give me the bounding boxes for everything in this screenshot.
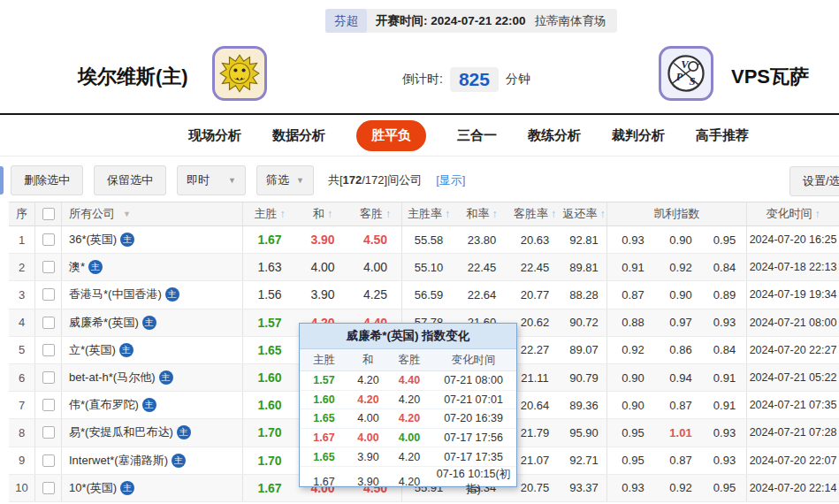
row-checkbox[interactable]: [42, 482, 55, 494]
company-name: 10*(英国): [69, 480, 117, 496]
chevron-down-icon[interactable]: ▼: [123, 210, 131, 218]
row-checkbox[interactable]: [42, 426, 55, 439]
kelly-cell: 0.84: [703, 254, 747, 280]
return-rate-cell: 89.81: [561, 254, 607, 280]
company-cell[interactable]: 10*(英国)主: [62, 475, 243, 501]
popup-change-time: 07-21 07:01: [431, 393, 516, 406]
company-cell[interactable]: 香港马*(中国香港)主: [62, 281, 243, 308]
header-home-rate[interactable]: 主胜率↑: [402, 202, 455, 225]
company-cell[interactable]: 伟*(直布罗陀)主: [62, 392, 243, 418]
row-checkbox[interactable]: [42, 233, 55, 246]
company-name: 36*(英国): [69, 232, 117, 248]
sort-asc-icon[interactable]: ↑: [327, 208, 332, 220]
row-seq: 2: [9, 254, 35, 280]
row-seq: 9: [9, 447, 35, 474]
return-rate-cell: 90.72: [561, 309, 607, 336]
chevron-down-icon: ▼: [228, 176, 236, 185]
popup-row: 1.654.004.2007-20 16:39: [300, 409, 516, 429]
tab-win-draw-lose[interactable]: 胜平负: [356, 120, 426, 151]
table-row[interactable]: 136*(英国)主1.673.904.5055.5823.8020.6392.8…: [9, 226, 839, 254]
away-team-logo: V P S: [659, 46, 713, 101]
popup-header: 主胜和客胜变化时间: [300, 349, 516, 371]
sort-asc-icon[interactable]: ↑: [815, 208, 820, 220]
change-time-cell: 2024-07-20 22:14: [747, 475, 839, 501]
header-company[interactable]: 所有公司▼: [62, 202, 243, 225]
popup-row: 1.653.904.2007-17 17:35: [300, 447, 516, 467]
table-row[interactable]: 2澳*主1.634.004.0055.1022.4522.4589.810.91…: [9, 254, 839, 281]
header-away-odds[interactable]: 客胜↑: [349, 202, 402, 225]
sort-asc-icon[interactable]: ↑: [551, 208, 556, 220]
kelly-cell: 0.90: [659, 226, 703, 253]
company-badge-icon: 主: [177, 425, 191, 439]
popup-header-cell: 变化时间: [431, 353, 516, 368]
kelly-cell: 0.90: [659, 281, 703, 308]
header-away-rate[interactable]: 客胜率↑: [508, 202, 561, 225]
header-home-odds[interactable]: 主胜↑: [243, 202, 296, 225]
home-odds-cell: 1.70: [243, 447, 296, 474]
company-cell[interactable]: bet-at-h*(马尔他)主: [62, 364, 243, 391]
away-rate-cell: 20.63: [508, 226, 561, 253]
row-checkbox[interactable]: [42, 317, 55, 329]
popup-body: 1.574.204.4007-21 08:001.604.204.2007-21…: [300, 371, 516, 486]
tab-live-analysis[interactable]: 现场分析: [188, 127, 241, 144]
sort-asc-icon[interactable]: ↑: [600, 208, 606, 220]
header-draw-odds[interactable]: 和↑: [296, 202, 349, 225]
row-checkbox[interactable]: [42, 399, 55, 411]
time-mode-select[interactable]: 即时▼: [177, 165, 246, 195]
sort-asc-icon[interactable]: ↑: [492, 208, 498, 220]
popup-home-odds: 1.65: [300, 451, 348, 463]
header-draw-rate[interactable]: 和率↑: [455, 202, 508, 225]
sort-asc-icon[interactable]: ↑: [280, 208, 286, 220]
kelly-cell: 0.86: [659, 337, 703, 363]
tab-three-in-one[interactable]: 三合一: [457, 127, 497, 144]
return-rate-cell: 88.28: [561, 281, 607, 308]
kelly-cell: 0.91: [607, 254, 659, 280]
kickoff-label: 开赛时间:: [376, 14, 428, 27]
tab-data-analysis[interactable]: 数据分析: [272, 127, 325, 144]
settings-select-button[interactable]: 设置/选择: [789, 166, 839, 196]
row-checkbox[interactable]: [42, 454, 55, 467]
league-tag[interactable]: 芬超: [325, 9, 367, 33]
home-odds-cell: 1.67: [243, 475, 296, 501]
vps-crest-icon: V P S: [666, 53, 706, 94]
row-seq: 5: [9, 337, 35, 363]
away-odds-cell: 4.25: [349, 281, 402, 308]
change-time-cell: 2024-07-20 22:07: [747, 447, 839, 474]
header-draw-label: 和: [313, 206, 324, 222]
table-row[interactable]: 3香港马*(中国香港)主1.563.904.2556.5922.6420.778…: [9, 281, 839, 309]
show-link[interactable]: [显示]: [436, 172, 465, 188]
return-rate-cell: 89.07: [561, 337, 607, 363]
row-checkbox[interactable]: [42, 288, 55, 301]
company-cell[interactable]: 36*(英国)主: [62, 226, 243, 253]
company-cell[interactable]: 威廉希*(英国)主: [62, 309, 243, 336]
change-time-cell: 2024-07-20 16:25: [747, 226, 839, 253]
row-checkbox[interactable]: [42, 344, 55, 356]
kelly-cell: 0.93: [703, 309, 747, 336]
change-time-cell: 2024-07-20 22:27: [747, 337, 839, 363]
company-cell[interactable]: Interwet*(塞浦路斯)主: [62, 447, 243, 474]
sort-asc-icon[interactable]: ↑: [385, 208, 391, 220]
company-cell[interactable]: 澳*主: [62, 254, 243, 280]
row-checkbox[interactable]: [42, 261, 55, 273]
row-seq: 10: [9, 475, 35, 501]
company-name: 香港马*(中国香港): [69, 286, 162, 302]
header-return-rate[interactable]: 返还率↑: [561, 202, 607, 225]
select-all-checkbox[interactable]: [42, 208, 55, 220]
tab-coach-analysis[interactable]: 教练分析: [528, 127, 581, 144]
popup-home-odds: 1.65: [300, 412, 348, 424]
keep-selected-button[interactable]: 保留选中: [94, 165, 166, 195]
company-cell[interactable]: 立*(英国)主: [62, 337, 243, 363]
venue-label: 拉蒂南体育场: [535, 13, 617, 29]
edge-partial-button[interactable]: [0, 166, 4, 195]
tab-expert-picks[interactable]: 高手推荐: [696, 127, 749, 144]
kelly-cell: 0.97: [659, 309, 703, 336]
tab-referee-analysis[interactable]: 裁判分析: [612, 127, 665, 144]
company-cell[interactable]: 易*(安提瓜和巴布达)主: [62, 419, 243, 446]
delete-selected-button[interactable]: 删除选中: [11, 165, 83, 195]
filter-select[interactable]: 筛选▼: [256, 165, 314, 195]
row-checkbox[interactable]: [42, 371, 55, 384]
count-total: /172]间公司: [362, 173, 422, 187]
sort-asc-icon[interactable]: ↑: [445, 208, 450, 220]
odds-table-header: 序 所有公司▼ 主胜↑ 和↑ 客胜↑ 主胜率↑ 和率↑ 客胜率↑ 返还率↑ 凯利…: [9, 202, 839, 226]
header-change-time[interactable]: 变化时间↑: [747, 202, 839, 225]
